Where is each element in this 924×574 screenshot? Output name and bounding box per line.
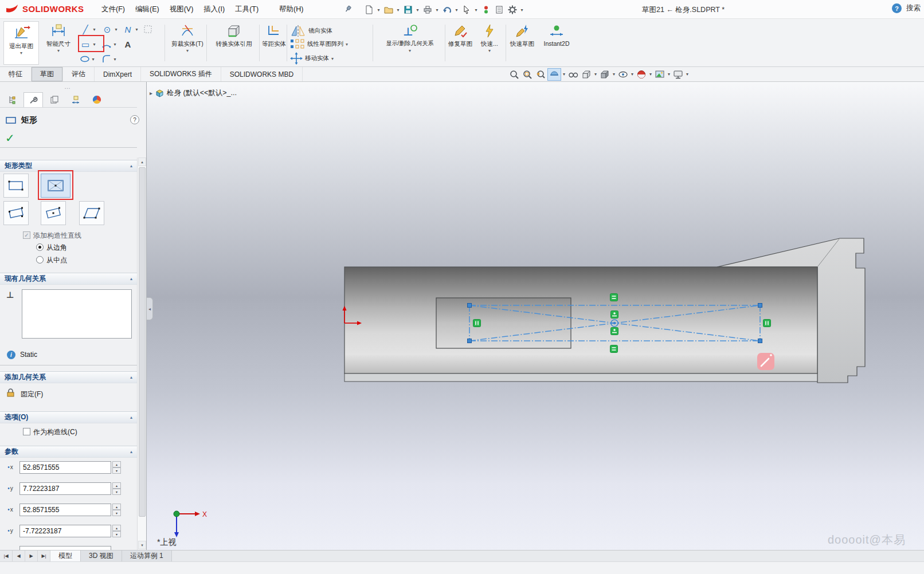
param-x2-input[interactable] bbox=[19, 504, 111, 516]
rectangle-tool-button[interactable]: ▭ ▾ bbox=[80, 37, 97, 51]
smart-dimension-button[interactable]: 智能尺寸 ▾ bbox=[41, 23, 76, 53]
equal-constraint-badge[interactable] bbox=[610, 294, 618, 301]
repair-sketch-button[interactable]: 修复草图 bbox=[447, 23, 473, 48]
menu-file[interactable]: 文件(F) bbox=[96, 2, 130, 17]
part-gun-body[interactable] bbox=[344, 238, 865, 383]
pin-menu-icon[interactable] bbox=[344, 5, 353, 13]
from-midpoint-radio[interactable] bbox=[36, 256, 44, 264]
vertex-handle-bottom-left[interactable] bbox=[468, 339, 472, 343]
undo-caret-icon[interactable]: ▾ bbox=[453, 7, 460, 13]
offset-entities-button[interactable]: 等距实体 bbox=[261, 23, 287, 48]
equal-constraint-badge[interactable] bbox=[610, 345, 618, 353]
edit-appearance-caret-icon[interactable]: ▾ bbox=[648, 72, 653, 77]
convert-entities-button[interactable]: 转换实体引用 bbox=[210, 23, 258, 48]
linear-pattern-caret-icon[interactable]: ▾ bbox=[346, 42, 348, 47]
print-icon[interactable] bbox=[421, 3, 434, 17]
exit-sketch-button[interactable]: 退出草图 ▾ bbox=[3, 21, 39, 65]
existing-relations-listbox[interactable] bbox=[22, 289, 132, 339]
model-canvas[interactable]: X *上视 bbox=[147, 82, 924, 550]
line-caret-icon[interactable]: ▾ bbox=[91, 27, 97, 32]
linear-sketch-pattern-button[interactable]: 线性草图阵列 ▾ bbox=[290, 38, 348, 50]
as-construction-line-checkbox[interactable] bbox=[23, 428, 30, 435]
apply-scene-caret-icon[interactable]: ▾ bbox=[667, 72, 671, 77]
section-view-caret-icon[interactable]: ▾ bbox=[562, 72, 566, 77]
center-rectangle-button[interactable] bbox=[41, 174, 71, 198]
param-x1-input[interactable] bbox=[19, 461, 111, 474]
display-delete-relations-button[interactable]: ⊥ 显示/删除几何关系 ▾ bbox=[376, 23, 444, 53]
exit-sketch-caret-icon[interactable]: ▾ bbox=[20, 51, 22, 56]
tab-dimxpert[interactable]: DimXpert bbox=[95, 67, 141, 81]
save-caret-icon[interactable]: ▾ bbox=[414, 7, 421, 13]
move-entities-caret-icon[interactable]: ▾ bbox=[331, 57, 334, 61]
corner-rectangle-3pt-button[interactable] bbox=[3, 201, 29, 225]
print-caret-icon[interactable]: ▾ bbox=[434, 7, 440, 13]
stepper-down-icon[interactable]: ▾ bbox=[112, 510, 121, 516]
menu-window[interactable] bbox=[264, 6, 274, 12]
hide-show-caret-icon[interactable]: ▾ bbox=[630, 72, 635, 77]
section-view-button[interactable] bbox=[547, 68, 561, 81]
center-rectangle-3pt-button[interactable] bbox=[41, 201, 66, 225]
param-y1-stepper[interactable]: ▴▾ bbox=[112, 482, 121, 495]
stepper-up-icon[interactable]: ▴ bbox=[112, 504, 121, 510]
param-x2-stepper[interactable]: ▴▾ bbox=[112, 504, 121, 516]
scroll-up-button[interactable]: ▴ bbox=[138, 158, 146, 166]
tab-nav-first-icon[interactable]: |◀ bbox=[0, 551, 13, 561]
open-file-icon[interactable] bbox=[382, 3, 395, 17]
param-y2-stepper[interactable]: ▴▾ bbox=[112, 525, 121, 537]
section-options[interactable]: 选项(O) ▴ bbox=[0, 411, 137, 423]
tab-nav-last-icon[interactable]: ▶| bbox=[38, 551, 50, 561]
tab-evaluate[interactable]: 评估 bbox=[63, 67, 95, 81]
line-tool-button[interactable]: ╱ ▾ bbox=[80, 22, 97, 36]
collapse-chevron-icon[interactable]: ▴ bbox=[130, 276, 132, 281]
tab-mbd[interactable]: SOLIDWORKS MBD bbox=[221, 67, 303, 81]
view-orientation-button[interactable] bbox=[580, 68, 593, 81]
stepper-down-icon[interactable]: ▾ bbox=[112, 467, 121, 474]
tree-expand-icon[interactable]: ▸ bbox=[150, 90, 152, 96]
vertical-constraint-badge[interactable] bbox=[764, 320, 771, 327]
tab-nav-next-icon[interactable]: ▶ bbox=[25, 551, 38, 561]
arc-caret-icon[interactable]: ▾ bbox=[112, 42, 118, 47]
ok-check-icon[interactable]: ✓ bbox=[5, 131, 15, 145]
select-cursor-icon[interactable] bbox=[460, 3, 473, 17]
graphics-viewport[interactable]: X *上视 ▸ 枪身 (默认<<默认>_... ◂ dooooit@本易 bbox=[147, 82, 924, 550]
view-settings-button[interactable] bbox=[672, 68, 684, 81]
select-caret-icon[interactable]: ▾ bbox=[473, 7, 479, 13]
view-orientation-caret-icon[interactable]: ▾ bbox=[593, 72, 598, 77]
spline-caret-icon[interactable]: ▾ bbox=[134, 27, 140, 32]
stepper-up-icon[interactable]: ▴ bbox=[112, 525, 121, 531]
from-corner-radio[interactable] bbox=[36, 243, 44, 251]
apply-scene-button[interactable] bbox=[653, 68, 666, 81]
menu-tools[interactable]: 工具(T) bbox=[230, 2, 264, 17]
vertex-handle-bottom-right[interactable] bbox=[758, 339, 762, 343]
help-icon[interactable]: ? bbox=[892, 3, 902, 13]
save-icon[interactable] bbox=[401, 3, 414, 17]
spline-tool-button[interactable]: N ▾ bbox=[123, 22, 140, 36]
circle-tool-button[interactable]: ⊙ ▾ bbox=[102, 22, 119, 36]
property-manager-tab[interactable] bbox=[24, 92, 43, 107]
tab-nav-prev-icon[interactable]: ◀ bbox=[13, 551, 25, 561]
collapse-chevron-icon[interactable]: ▴ bbox=[130, 375, 132, 380]
midpoint-constraint-badge[interactable] bbox=[611, 328, 618, 335]
flyout-feature-tree[interactable]: ▸ 枪身 (默认<<默认>_... bbox=[150, 88, 237, 98]
param-x1-stepper[interactable]: ▴▾ bbox=[112, 461, 121, 474]
display-style-caret-icon[interactable]: ▾ bbox=[612, 72, 616, 77]
configuration-manager-tab[interactable] bbox=[45, 92, 64, 107]
instant2d-button[interactable]: Instant2D bbox=[539, 23, 574, 48]
vertical-constraint-badge[interactable] bbox=[473, 320, 481, 327]
display-relations-caret-icon[interactable]: ▾ bbox=[409, 49, 411, 53]
stepper-down-icon[interactable]: ▾ bbox=[112, 531, 121, 537]
annotation-view-button[interactable] bbox=[567, 68, 580, 81]
stepper-down-icon[interactable]: ▾ bbox=[112, 489, 121, 495]
open-file-caret-icon[interactable]: ▾ bbox=[395, 7, 401, 13]
search-input[interactable]: 搜索 bbox=[906, 3, 921, 13]
rectangle-caret-icon[interactable]: ▾ bbox=[91, 42, 97, 47]
ellipse-tool-button[interactable]: ▾ bbox=[80, 52, 96, 66]
hide-show-items-button[interactable] bbox=[617, 68, 629, 81]
display-style-button[interactable] bbox=[598, 68, 611, 81]
add-construction-line-checkbox[interactable]: ✓ bbox=[23, 231, 30, 239]
midpoint-constraint-badge[interactable] bbox=[611, 311, 618, 319]
circle-caret-icon[interactable]: ▾ bbox=[113, 27, 119, 32]
property-help-icon[interactable]: ? bbox=[130, 115, 139, 124]
tab-sketch[interactable]: 草图 bbox=[32, 67, 63, 81]
arc-tool-button[interactable]: ▾ bbox=[102, 37, 118, 51]
